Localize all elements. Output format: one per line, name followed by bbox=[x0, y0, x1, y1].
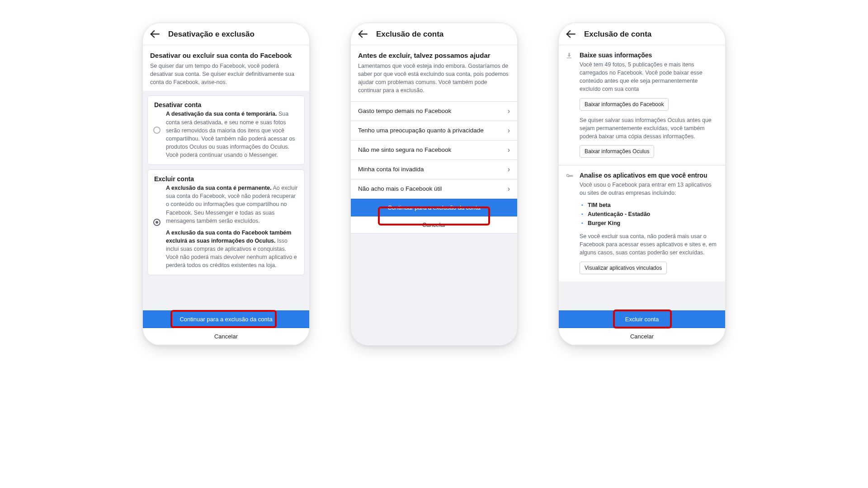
chevron-right-icon: › bbox=[508, 185, 510, 193]
option-text: A desativação da sua conta é temporária.… bbox=[166, 110, 298, 159]
chevron-right-icon: › bbox=[508, 107, 510, 115]
intro-section: Desativar ou excluir sua conta do Facebo… bbox=[143, 45, 309, 91]
section-heading: Desativar ou excluir sua conta do Facebo… bbox=[150, 52, 302, 59]
content-area: Desativar ou excluir sua conta do Facebo… bbox=[143, 45, 309, 345]
chevron-right-icon: › bbox=[508, 127, 510, 135]
download-oculus-button[interactable]: Baixar informações Oculus bbox=[580, 145, 654, 158]
cancel-button[interactable]: Cancelar bbox=[559, 328, 725, 345]
phone-screen-3: 🡠 Exclusão de conta Baixe suas informaçõ… bbox=[558, 23, 726, 346]
download-facebook-button[interactable]: Baixar informações do Facebook bbox=[580, 98, 669, 111]
cancel-button[interactable]: Cancelar bbox=[351, 216, 517, 234]
reason-label: Não acho mais o Facebook útil bbox=[358, 185, 442, 192]
reason-option[interactable]: Não acho mais o Facebook útil› bbox=[351, 179, 517, 199]
info-heading: Analise os aplicativos em que você entro… bbox=[580, 172, 718, 179]
chevron-right-icon: › bbox=[508, 165, 510, 174]
download-icon bbox=[565, 52, 573, 62]
radio-icon[interactable] bbox=[153, 219, 160, 226]
page-title: Exclusão de conta bbox=[584, 30, 651, 39]
delete-account-button[interactable]: Excluir conta bbox=[559, 310, 725, 328]
info-text: Se você excluir sua conta, não poderá ma… bbox=[580, 232, 718, 257]
info-heading: Baixe suas informações bbox=[580, 52, 718, 59]
reason-option[interactable]: Minha conta foi invadida› bbox=[351, 160, 517, 179]
app-item: TIM beta bbox=[581, 201, 718, 210]
chevron-right-icon: › bbox=[508, 146, 510, 154]
delete-option[interactable]: Excluir conta A exclusão da sua conta é … bbox=[147, 169, 305, 275]
apps-list: TIM beta Autenticação - Estadão Burger K… bbox=[581, 201, 718, 228]
option-title: Excluir conta bbox=[154, 175, 298, 183]
page-title: Desativação e exclusão bbox=[168, 30, 255, 39]
intro-section: Antes de excluir, talvez possamos ajudar… bbox=[351, 45, 517, 101]
reason-option[interactable]: Não me sinto segura no Facebook› bbox=[351, 141, 517, 160]
continue-delete-button[interactable]: Continuar para a exclusão da conta bbox=[143, 310, 309, 328]
content-area: Antes de excluir, talvez possamos ajudar… bbox=[351, 45, 517, 345]
reason-label: Tenho uma preocupação quanto à privacida… bbox=[358, 127, 484, 134]
topbar: 🡠 Exclusão de conta bbox=[559, 23, 725, 45]
phone-screen-1: 🡠 Desativação e exclusão Desativar ou ex… bbox=[142, 23, 310, 346]
info-text: Se quiser salvar suas informações Oculus… bbox=[580, 116, 718, 141]
info-text: Você usou o Facebook para entrar em 13 a… bbox=[580, 181, 718, 197]
reason-label: Gasto tempo demais no Facebook bbox=[358, 108, 451, 114]
option-text: A exclusão da sua conta é permanente. Ao… bbox=[166, 184, 298, 225]
back-icon[interactable]: 🡠 bbox=[358, 29, 368, 39]
app-item: Burger King bbox=[581, 219, 718, 228]
content-area: Baixe suas informações Você tem 49 fotos… bbox=[559, 45, 725, 345]
continue-delete-button[interactable]: Continuar para a exclusão da conta bbox=[351, 199, 517, 216]
apps-info-section: Analise os aplicativos em que você entro… bbox=[559, 165, 725, 282]
deactivate-option[interactable]: Desativar conta A desativação da sua con… bbox=[147, 95, 305, 165]
back-icon[interactable]: 🡠 bbox=[150, 29, 160, 39]
option-text: A exclusão da sua conta do Facebook tamb… bbox=[166, 229, 298, 270]
back-icon[interactable]: 🡠 bbox=[566, 29, 576, 39]
topbar: 🡠 Desativação e exclusão bbox=[143, 23, 309, 45]
page-title: Exclusão de conta bbox=[376, 30, 443, 39]
cancel-button[interactable]: Cancelar bbox=[143, 328, 309, 345]
section-subtext: Se quiser dar um tempo do Facebook, você… bbox=[150, 62, 302, 86]
option-title: Desativar conta bbox=[154, 101, 298, 108]
reason-list: Gasto tempo demais no Facebook› Tenho um… bbox=[351, 101, 517, 199]
reason-option[interactable]: Tenho uma preocupação quanto à privacida… bbox=[351, 121, 517, 141]
topbar: 🡠 Exclusão de conta bbox=[351, 23, 517, 45]
info-text: Você tem 49 fotos, 5 publicações e mais … bbox=[580, 61, 718, 94]
reason-label: Não me sinto segura no Facebook bbox=[358, 146, 451, 153]
action-bar: Excluir conta Cancelar bbox=[559, 310, 725, 345]
reason-option[interactable]: Gasto tempo demais no Facebook› bbox=[351, 102, 517, 121]
key-icon bbox=[565, 172, 574, 183]
reason-label: Minha conta foi invadida bbox=[358, 166, 424, 173]
action-bar: Continuar para a exclusão da conta Cance… bbox=[143, 310, 309, 345]
download-info-section: Baixe suas informações Você tem 49 fotos… bbox=[559, 45, 725, 165]
phone-screen-2: 🡠 Exclusão de conta Antes de excluir, ta… bbox=[350, 23, 518, 346]
radio-icon[interactable] bbox=[153, 127, 160, 134]
app-item: Autenticação - Estadão bbox=[581, 210, 718, 219]
view-apps-button[interactable]: Visualizar aplicativos vinculados bbox=[580, 262, 667, 274]
section-subtext: Lamentamos que você esteja indo embora. … bbox=[358, 62, 510, 95]
section-heading: Antes de excluir, talvez possamos ajudar bbox=[358, 52, 510, 59]
